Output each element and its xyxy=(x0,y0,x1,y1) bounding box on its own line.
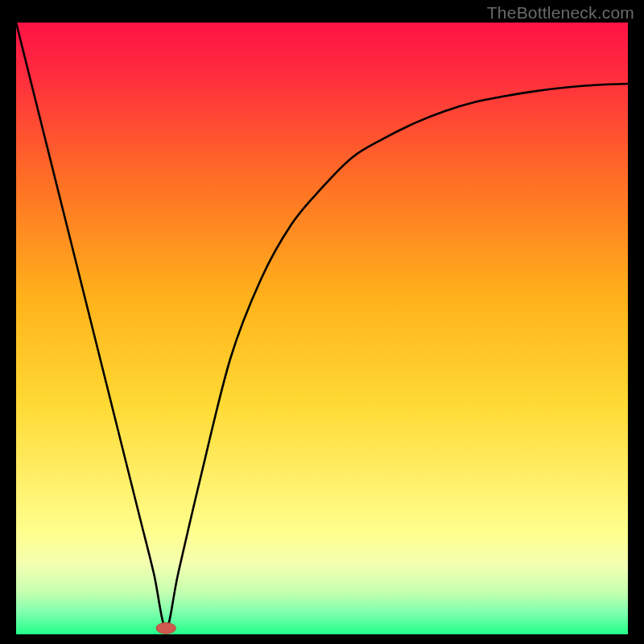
minimum-marker xyxy=(156,623,175,634)
watermark-text: TheBottleneck.com xyxy=(487,3,634,23)
bottleneck-chart xyxy=(16,23,628,634)
gradient-background xyxy=(16,23,628,634)
chart-frame xyxy=(16,23,628,634)
